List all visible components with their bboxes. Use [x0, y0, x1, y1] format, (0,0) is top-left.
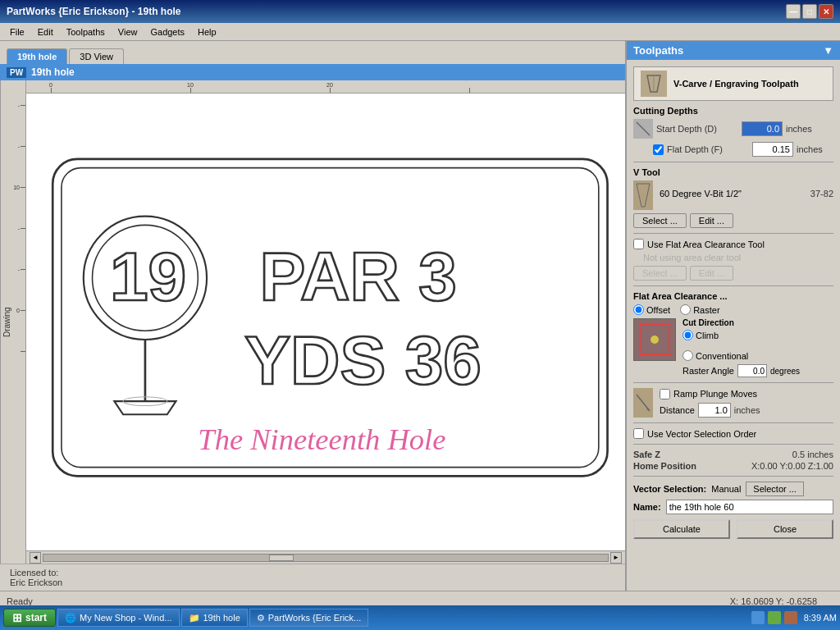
- v-tool-title: V Tool: [633, 167, 833, 177]
- right-panel: Toolpaths ▼ V-Carve / Engraving Toolpath…: [627, 41, 840, 591]
- windows-icon: ⊞: [12, 611, 22, 624]
- close-button[interactable]: ✕: [819, 4, 833, 19]
- raster-angle-input[interactable]: [737, 364, 767, 377]
- home-position-row: Home Position X:0.00 Y:0.00 Z:1.00: [633, 461, 833, 471]
- conventional-radio[interactable]: [682, 350, 693, 361]
- fac-options: Cut Direction Climb Conventional Raster …: [682, 318, 833, 377]
- vector-order-label: Use Vector Selection Order: [647, 429, 756, 439]
- select-v-tool-button[interactable]: Select ...: [633, 213, 687, 228]
- flat-area-tool-label: Use Flat Area Clearance Tool: [647, 240, 765, 249]
- not-using-label: Not using area clear tool: [643, 253, 741, 262]
- home-position-label: Home Position: [633, 461, 696, 471]
- toolpaths-title: Toolpaths: [633, 44, 683, 57]
- select-flat-tool-button[interactable]: Select ...: [633, 266, 687, 281]
- pw-label: PW: [7, 67, 26, 78]
- drawing-label: Drawing: [0, 80, 13, 564]
- ramp-dist-row: Distance inches: [660, 403, 833, 418]
- raster-radio[interactable]: [680, 304, 691, 315]
- flat-depth-units: inches: [797, 144, 823, 154]
- menu-item-edit[interactable]: Edit: [31, 25, 60, 39]
- design-svg: 19 PAR 3 YDS 36 The Nineteenth Hole: [26, 94, 625, 550]
- coords-display: X: 16.0609 Y: -0.6258: [730, 596, 817, 606]
- taskbar-item-2[interactable]: ⚙ PartWorks {Eric Erick...: [249, 609, 368, 627]
- cutting-depths-title: Cutting Depths: [633, 106, 833, 116]
- edit-v-tool-button[interactable]: Edit ...: [690, 213, 733, 228]
- menubar: FileEditToolpathsViewGadgetsHelp: [0, 23, 840, 41]
- degrees-label: degrees: [770, 367, 800, 376]
- flat-depth-input[interactable]: [752, 142, 793, 157]
- v-tool-buttons-row: Select ... Edit ...: [633, 213, 833, 228]
- climb-radio[interactable]: [682, 330, 693, 340]
- main-area: 19th hole 3D View PW 19th hole Drawing -…: [0, 41, 840, 591]
- action-row: Calculate Close: [633, 519, 833, 539]
- tool-icon: [633, 180, 653, 210]
- ramp-checkbox[interactable]: [660, 389, 670, 399]
- scroll-left-button[interactable]: ◄: [30, 552, 41, 564]
- page-header: PW 19th hole: [0, 64, 625, 80]
- design-canvas: 19 PAR 3 YDS 36 The Nineteenth Hole: [26, 94, 625, 550]
- title-text: PartWorks {Eric Erickson} - 19th hole: [7, 6, 181, 17]
- menu-item-gadgets[interactable]: Gadgets: [144, 25, 191, 39]
- license-info: Licensed to: Eric Erickson: [0, 564, 625, 591]
- taskbar-item-1-icon: 📁: [189, 613, 200, 623]
- calculate-button[interactable]: Calculate: [633, 519, 730, 539]
- menu-item-toolpaths[interactable]: Toolpaths: [60, 25, 112, 39]
- selector-button[interactable]: Selector ...: [746, 482, 804, 496]
- ramp-dist-label: Distance: [660, 405, 695, 415]
- h-scrollbar: ◄ ►: [26, 550, 625, 564]
- tool-code: 37-82: [810, 189, 833, 199]
- tab-3d-view[interactable]: 3D View: [69, 48, 124, 64]
- offset-radio[interactable]: [633, 304, 644, 315]
- depth-icon: [633, 119, 653, 139]
- flat-area-tool-checkbox-row: Use Flat Area Clearance Tool: [633, 239, 833, 249]
- menu-item-file[interactable]: File: [3, 25, 31, 39]
- offset-radio-label[interactable]: Offset: [633, 304, 670, 315]
- conventional-radio-label[interactable]: Conventional: [682, 350, 833, 361]
- taskbar-item-0-icon: 🌐: [65, 613, 76, 623]
- flat-area-tool-buttons-row: Select ... Edit ...: [633, 266, 833, 281]
- taskbar-item-0[interactable]: 🌐 My New Shop - Wind...: [57, 609, 179, 627]
- scroll-thumb[interactable]: [269, 555, 294, 561]
- vector-order-checkbox[interactable]: [633, 428, 644, 439]
- clock-area: 8:39 AM: [751, 611, 837, 624]
- close-button[interactable]: Close: [737, 519, 833, 539]
- raster-radio-label[interactable]: Raster: [680, 304, 719, 315]
- scroll-track[interactable]: [43, 554, 609, 562]
- svg-text:19: 19: [110, 238, 186, 315]
- maximize-button[interactable]: □: [802, 4, 817, 19]
- svg-text:PAR 3: PAR 3: [259, 238, 456, 315]
- start-depth-units: inches: [786, 124, 812, 134]
- vector-selection-label: Vector Selection:: [633, 484, 706, 494]
- flat-area-tool-checkbox[interactable]: [633, 239, 644, 249]
- start-button[interactable]: ⊞ start: [3, 609, 56, 627]
- menu-item-help[interactable]: Help: [191, 25, 223, 39]
- page-title: 19th hole: [31, 66, 75, 78]
- vector-selection-value: Manual: [711, 484, 741, 494]
- svg-text:The Nineteenth Hole: The Nineteenth Hole: [198, 422, 445, 456]
- ramp-icon: [633, 388, 653, 418]
- taskbar-item-1[interactable]: 📁 19th hole: [181, 609, 248, 627]
- fac-inner: Cut Direction Climb Conventional Raster …: [633, 318, 833, 377]
- vcarve-icon: [641, 71, 667, 97]
- left-ruler: - - 10 - - 0: [13, 80, 26, 564]
- scroll-right-button[interactable]: ►: [610, 552, 622, 564]
- raster-angle-label: Raster Angle: [682, 366, 734, 376]
- start-depth-input[interactable]: [742, 121, 783, 136]
- vector-selection-row: Vector Selection: Manual Selector ...: [633, 482, 833, 496]
- name-label: Name:: [633, 502, 661, 512]
- climb-radio-label[interactable]: Climb: [682, 330, 833, 340]
- flat-depth-checkbox[interactable]: [653, 144, 664, 155]
- safe-z-row: Safe Z 0.5 inches: [633, 450, 833, 459]
- fac-preview-inner: [639, 324, 670, 355]
- panel-collapse-icon[interactable]: ▼: [823, 44, 833, 57]
- menu-item-view[interactable]: View: [112, 25, 144, 39]
- tool-name-row: 60 Degree V-Bit 1/2" 37-82: [660, 189, 833, 199]
- climb-label: Climb: [696, 331, 719, 340]
- ramp-dist-input[interactable]: [698, 403, 731, 418]
- edit-flat-tool-button[interactable]: Edit ...: [690, 266, 733, 281]
- minimize-button[interactable]: —: [786, 4, 801, 19]
- tab-19th-hole[interactable]: 19th hole: [7, 48, 67, 64]
- conventional-label: Conventional: [696, 351, 748, 361]
- sys-icon-3: [784, 611, 797, 624]
- name-input[interactable]: [666, 500, 833, 514]
